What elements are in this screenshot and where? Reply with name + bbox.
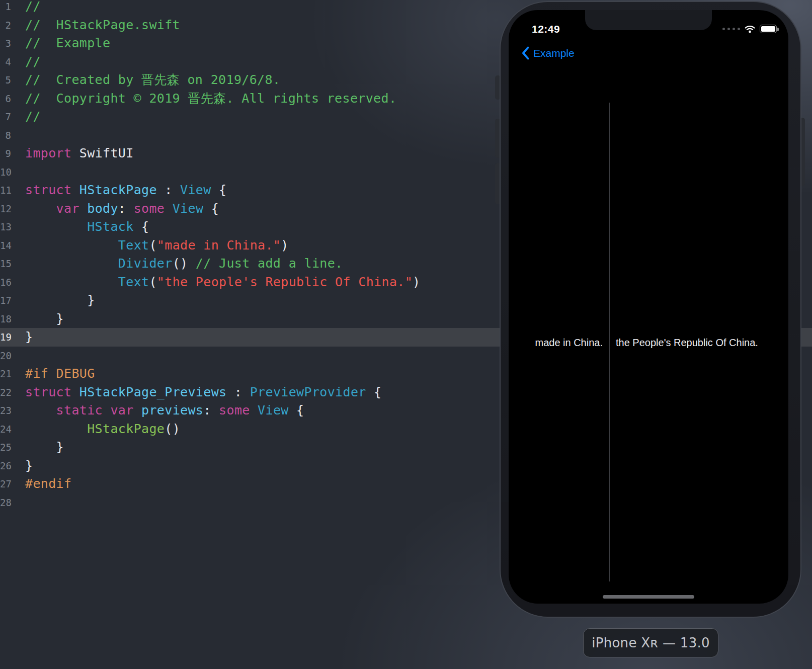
device-label-text: iPhone Xʀ — 13.0 <box>592 635 710 650</box>
status-bar-time: 12:49 <box>532 23 560 35</box>
line-number: 1 <box>0 0 11 16</box>
line-number: 10 <box>0 163 11 182</box>
line-number: 16 <box>0 273 11 292</box>
chevron-left-icon <box>522 46 529 60</box>
line-number: 3 <box>0 34 11 53</box>
iphone-simulator: 12:49 Example <box>500 1 801 618</box>
line-number: 14 <box>0 236 11 255</box>
line-number: 25 <box>0 438 11 457</box>
line-number: 28 <box>0 493 11 512</box>
line-number: 26 <box>0 457 11 475</box>
cellular-dots-icon <box>722 28 740 30</box>
xcode-swiftui-preview-window: { "colors": { "plain": "#E7E9EE", "comme… <box>0 0 812 669</box>
line-number: 2 <box>0 16 11 35</box>
line-number: 11 <box>0 181 11 200</box>
hstack-right-text: the People's Republic Of China. <box>616 336 758 349</box>
notch <box>585 10 712 30</box>
line-number: 15 <box>0 255 11 273</box>
back-button[interactable]: Example <box>522 46 575 60</box>
line-number: 23 <box>0 401 11 420</box>
line-number: 21 <box>0 365 11 383</box>
line-number: 4 <box>0 53 11 71</box>
device-label: iPhone Xʀ — 13.0 <box>583 628 718 657</box>
line-number: 7 <box>0 108 11 126</box>
status-bar-icons <box>722 25 777 33</box>
wifi-icon <box>744 25 756 33</box>
iphone-screen: 12:49 Example <box>509 10 788 604</box>
line-number: 5 <box>0 71 11 90</box>
line-number: 13 <box>0 218 11 236</box>
line-number: 8 <box>0 126 11 145</box>
line-number: 9 <box>0 144 11 163</box>
line-number: 27 <box>0 475 11 493</box>
back-button-label: Example <box>533 47 575 59</box>
line-number: 22 <box>0 383 11 402</box>
line-number: 19 <box>0 328 11 347</box>
hstack-divider <box>609 103 610 581</box>
line-number: 12 <box>0 200 11 218</box>
line-number: 24 <box>0 420 11 439</box>
line-number: 18 <box>0 310 11 328</box>
line-number: 20 <box>0 347 11 365</box>
home-indicator[interactable] <box>603 595 694 599</box>
battery-icon <box>760 25 777 33</box>
line-number: 17 <box>0 291 11 310</box>
hstack-left-text: made in China. <box>535 336 603 349</box>
line-number: 6 <box>0 90 11 108</box>
